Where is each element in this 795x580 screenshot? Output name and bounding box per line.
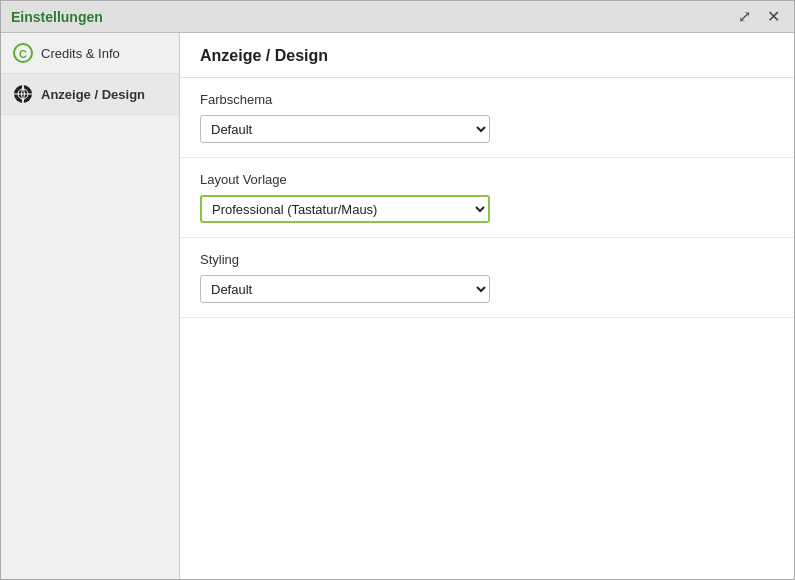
- main-panel: Anzeige / Design Farbschema Default Dark…: [180, 33, 794, 579]
- main-title: Anzeige / Design: [200, 47, 774, 65]
- sidebar-item-anzeige-design[interactable]: Anzeige / Design: [1, 74, 179, 115]
- styling-section: Styling Default Flat Classic: [180, 238, 794, 318]
- sidebar: C Credits & Info Anzeige / Design: [1, 33, 180, 579]
- window-title: Einstellungen: [11, 9, 103, 25]
- farbschema-label: Farbschema: [200, 92, 774, 107]
- layout-vorlage-label: Layout Vorlage: [200, 172, 774, 187]
- farbschema-section: Farbschema Default Dark Light Custom: [180, 78, 794, 158]
- sidebar-item-credits-label: Credits & Info: [41, 46, 120, 61]
- close-button[interactable]: ✕: [763, 7, 784, 27]
- styling-select[interactable]: Default Flat Classic: [200, 275, 490, 303]
- layout-vorlage-section: Layout Vorlage Default Professional (Tas…: [180, 158, 794, 238]
- window-controls: ⤢ ✕: [734, 7, 784, 27]
- content-area: C Credits & Info Anzeige / Design: [1, 33, 794, 579]
- credits-icon: C: [13, 43, 33, 63]
- farbschema-select[interactable]: Default Dark Light Custom: [200, 115, 490, 143]
- sidebar-item-credits-info[interactable]: C Credits & Info: [1, 33, 179, 74]
- main-header: Anzeige / Design: [180, 33, 794, 78]
- maximize-button[interactable]: ⤢: [734, 7, 755, 27]
- svg-text:C: C: [19, 48, 27, 60]
- display-icon: [13, 84, 33, 104]
- main-body: Farbschema Default Dark Light Custom Lay…: [180, 78, 794, 579]
- layout-vorlage-select[interactable]: Default Professional (Tastatur/Maus) Tou…: [200, 195, 490, 223]
- app-window: Einstellungen ⤢ ✕ C Credits & Info: [0, 0, 795, 580]
- styling-label: Styling: [200, 252, 774, 267]
- sidebar-item-anzeige-label: Anzeige / Design: [41, 87, 145, 102]
- titlebar: Einstellungen ⤢ ✕: [1, 1, 794, 33]
